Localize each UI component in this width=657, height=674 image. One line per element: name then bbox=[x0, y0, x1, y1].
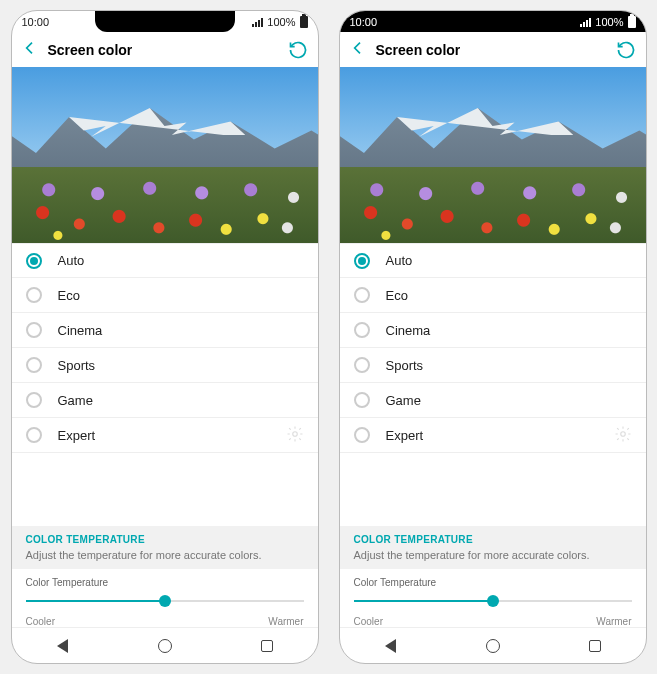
mode-row-expert[interactable]: Expert bbox=[12, 418, 318, 453]
nav-back-button[interactable] bbox=[371, 632, 411, 660]
mode-row-auto[interactable]: Auto bbox=[12, 243, 318, 278]
mode-row-eco[interactable]: Eco bbox=[12, 278, 318, 313]
mode-label: Cinema bbox=[386, 323, 431, 338]
mode-label: Expert bbox=[386, 428, 424, 443]
radio-icon[interactable] bbox=[354, 427, 370, 443]
status-time: 10:00 bbox=[350, 16, 378, 28]
mode-label: Eco bbox=[386, 288, 408, 303]
radio-icon[interactable] bbox=[354, 392, 370, 408]
mode-row-game[interactable]: Game bbox=[12, 383, 318, 418]
status-time: 10:00 bbox=[22, 16, 50, 28]
mode-row-sports[interactable]: Sports bbox=[340, 348, 646, 383]
gear-icon[interactable] bbox=[614, 425, 632, 446]
radio-icon[interactable] bbox=[26, 357, 42, 373]
gear-icon[interactable] bbox=[286, 425, 304, 446]
color-temp-heading: COLOR TEMPERATURE bbox=[12, 526, 318, 547]
color-temp-slider-block: Color Temperature bbox=[340, 569, 646, 612]
cooler-label: Cooler bbox=[26, 616, 55, 627]
phone-right: 10:00 100% Screen color AutoEcoCinemaSpo… bbox=[339, 10, 647, 664]
app-header: Screen color bbox=[12, 33, 318, 67]
mode-label: Cinema bbox=[58, 323, 103, 338]
preview-image bbox=[340, 67, 646, 243]
status-right: 100% bbox=[580, 16, 635, 28]
mode-label: Sports bbox=[58, 358, 96, 373]
radio-icon[interactable] bbox=[26, 322, 42, 338]
mode-row-auto[interactable]: Auto bbox=[340, 243, 646, 278]
mode-label: Auto bbox=[386, 253, 413, 268]
cooler-label: Cooler bbox=[354, 616, 383, 627]
warmer-label: Warmer bbox=[268, 616, 303, 627]
phone-left: 10:00 100% Screen color AutoEcoCinemaSpo… bbox=[11, 10, 319, 664]
mode-row-game[interactable]: Game bbox=[340, 383, 646, 418]
mode-row-cinema[interactable]: Cinema bbox=[340, 313, 646, 348]
nav-home-button[interactable] bbox=[145, 632, 185, 660]
mode-row-cinema[interactable]: Cinema bbox=[12, 313, 318, 348]
nav-recent-button[interactable] bbox=[575, 632, 615, 660]
status-bar: 10:00 100% bbox=[12, 11, 318, 33]
svg-point-1 bbox=[620, 431, 625, 436]
color-temp-heading: COLOR TEMPERATURE bbox=[340, 526, 646, 547]
warmer-label: Warmer bbox=[596, 616, 631, 627]
mode-label: Sports bbox=[386, 358, 424, 373]
slider-end-labels: Cooler Warmer bbox=[12, 612, 318, 627]
system-navbar bbox=[340, 627, 646, 663]
battery-icon bbox=[300, 16, 308, 28]
battery-icon bbox=[628, 16, 636, 28]
slider-label: Color Temperature bbox=[354, 577, 632, 588]
color-temp-desc: Adjust the temperature for more accurate… bbox=[340, 547, 646, 569]
color-temp-slider-block: Color Temperature bbox=[12, 569, 318, 612]
color-temp-slider[interactable] bbox=[26, 594, 304, 608]
radio-icon[interactable] bbox=[354, 253, 370, 269]
mode-list: AutoEcoCinemaSportsGameExpert bbox=[340, 243, 646, 526]
back-arrow-icon[interactable] bbox=[350, 40, 366, 60]
svg-point-0 bbox=[292, 431, 297, 436]
mode-row-eco[interactable]: Eco bbox=[340, 278, 646, 313]
signal-icon bbox=[580, 18, 591, 27]
radio-icon[interactable] bbox=[26, 392, 42, 408]
radio-icon[interactable] bbox=[26, 427, 42, 443]
status-bar: 10:00 100% bbox=[340, 11, 646, 33]
mode-label: Expert bbox=[58, 428, 96, 443]
battery-percent: 100% bbox=[595, 16, 623, 28]
slider-label: Color Temperature bbox=[26, 577, 304, 588]
reset-icon[interactable] bbox=[288, 40, 308, 60]
slider-end-labels: Cooler Warmer bbox=[340, 612, 646, 627]
nav-back-button[interactable] bbox=[43, 632, 83, 660]
mode-label: Auto bbox=[58, 253, 85, 268]
app-header: Screen color bbox=[340, 33, 646, 67]
mode-label: Game bbox=[58, 393, 93, 408]
page-title: Screen color bbox=[48, 42, 278, 58]
mode-row-expert[interactable]: Expert bbox=[340, 418, 646, 453]
radio-icon[interactable] bbox=[354, 287, 370, 303]
nav-home-button[interactable] bbox=[473, 632, 513, 660]
back-arrow-icon[interactable] bbox=[22, 40, 38, 60]
system-navbar bbox=[12, 627, 318, 663]
nav-recent-button[interactable] bbox=[247, 632, 287, 660]
mode-list: AutoEcoCinemaSportsGameExpert bbox=[12, 243, 318, 526]
status-right: 100% bbox=[252, 16, 307, 28]
radio-icon[interactable] bbox=[26, 287, 42, 303]
signal-icon bbox=[252, 18, 263, 27]
mode-label: Eco bbox=[58, 288, 80, 303]
color-temp-desc: Adjust the temperature for more accurate… bbox=[12, 547, 318, 569]
mode-label: Game bbox=[386, 393, 421, 408]
color-temp-slider[interactable] bbox=[354, 594, 632, 608]
mode-row-sports[interactable]: Sports bbox=[12, 348, 318, 383]
battery-percent: 100% bbox=[267, 16, 295, 28]
radio-icon[interactable] bbox=[26, 253, 42, 269]
preview-image bbox=[12, 67, 318, 243]
radio-icon[interactable] bbox=[354, 322, 370, 338]
page-title: Screen color bbox=[376, 42, 606, 58]
radio-icon[interactable] bbox=[354, 357, 370, 373]
reset-icon[interactable] bbox=[616, 40, 636, 60]
